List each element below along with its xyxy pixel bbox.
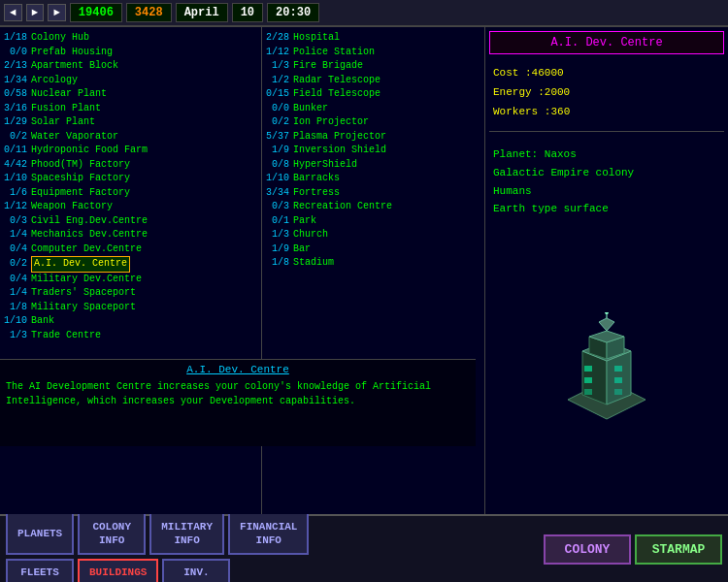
mid-building-item[interactable]: 0/1Park (264, 214, 482, 229)
colony-button[interactable]: COLONY (544, 534, 631, 565)
mid-building-item[interactable]: 2/28Hospital (264, 31, 482, 46)
financial-info-button[interactable]: FINANCIALINFO (228, 512, 309, 556)
left-building-item[interactable]: 1/18Colony Hub (2, 31, 259, 46)
mid-building-item[interactable]: 1/3Church (264, 228, 482, 242)
mid-building-item[interactable]: 0/8HyperShield (264, 158, 482, 173)
building-count: 0/1 (264, 214, 289, 229)
building-count: 2/28 (264, 31, 289, 46)
surface-line: Earth type surface (493, 200, 720, 218)
left-building-item[interactable]: 1/10Bank (2, 314, 259, 329)
building-name: Mechanics Dev.Centre (31, 228, 148, 242)
building-name: Barracks (293, 172, 340, 186)
building-count: 1/2 (264, 74, 289, 88)
building-count: 1/9 (264, 144, 289, 158)
left-nav-wrap: PLANETS COLONYINFO MILITARYINFO FINANCIA… (6, 512, 309, 582)
left-building-item[interactable]: 1/12Weapon Factory (2, 200, 259, 214)
left-building-item[interactable]: 0/2A.I. Dev. Centre (2, 256, 259, 273)
planets-button[interactable]: PLANETS (6, 512, 74, 556)
mid-building-item[interactable]: 1/10Barracks (264, 172, 482, 186)
buildings-button[interactable]: BUILDINGS (78, 559, 158, 582)
mid-building-item[interactable]: 0/3Recreation Centre (264, 200, 482, 214)
mid-building-item[interactable]: 1/2Radar Telescope (264, 74, 482, 88)
left-building-item[interactable]: 2/13Apartment Block (2, 59, 259, 74)
mid-building-item[interactable]: 1/9Bar (264, 242, 482, 257)
left-building-item[interactable]: 1/10Spaceship Factory (2, 172, 259, 186)
building-count: 1/8 (2, 301, 27, 315)
svg-rect-12 (614, 377, 622, 383)
play-btn[interactable]: ► (26, 4, 45, 21)
left-building-item[interactable]: 1/34Arcology (2, 74, 259, 88)
left-building-item[interactable]: 0/0Prefab Housing (2, 46, 259, 60)
building-name: Stadium (293, 256, 334, 271)
building-image-area (489, 230, 724, 510)
svg-rect-13 (614, 389, 622, 395)
building-count: 1/3 (264, 228, 289, 242)
left-building-item[interactable]: 1/4Mechanics Dev.Centre (2, 228, 259, 242)
building-count: 3/16 (2, 102, 27, 116)
fleets-button[interactable]: FLEETS (6, 559, 74, 582)
building-name: Bunker (293, 102, 328, 116)
building-name: Plasma Projector (293, 130, 386, 145)
next-btn[interactable]: ► (48, 4, 66, 21)
building-count: 4/42 (2, 158, 27, 173)
inv-button[interactable]: INV. (162, 559, 230, 582)
starmap-button[interactable]: STARMAP (635, 534, 722, 565)
left-building-item[interactable]: 0/4Military Dev.Centre (2, 273, 259, 287)
mid-building-item[interactable]: 0/0Bunker (264, 102, 482, 116)
building-count: 1/29 (2, 115, 27, 130)
left-building-item[interactable]: 1/6Equipment Factory (2, 186, 259, 201)
desc-text: The AI Development Centre increases your… (6, 379, 470, 408)
status-bar: ◄ ► ► 19406 3428 April 10 20:30 (0, 0, 728, 27)
mid-building-item[interactable]: 1/8Stadium (264, 256, 482, 271)
info-divider (489, 131, 724, 132)
left-building-item[interactable]: 0/11Hydroponic Food Farm (2, 144, 259, 158)
workers-line: Workers :360 (493, 103, 720, 122)
left-building-item[interactable]: 0/2Water Vaporator (2, 130, 259, 145)
left-building-item[interactable]: 1/29Solar Plant (2, 115, 259, 130)
energy-line: Energy :2000 (493, 83, 720, 103)
building-name: Nuclear Plant (31, 87, 107, 102)
svg-rect-9 (584, 377, 592, 383)
mid-building-item[interactable]: 3/34Fortress (264, 186, 482, 201)
bottom-nav: PLANETS COLONYINFO MILITARYINFO FINANCIA… (0, 514, 728, 582)
prev-btn[interactable]: ◄ (4, 4, 22, 21)
mid-building-item[interactable]: 0/2Ion Projector (264, 115, 482, 130)
left-building-item[interactable]: 1/8Military Spaceport (2, 301, 259, 315)
colony-line: Galactic Empire colony (493, 164, 720, 182)
left-building-item[interactable]: 1/3Trade Centre (2, 329, 259, 343)
left-building-item[interactable]: 0/3Civil Eng.Dev.Centre (2, 214, 259, 229)
mid-building-item[interactable]: 1/9Inversion Shield (264, 144, 482, 158)
building-count: 1/6 (2, 186, 27, 201)
building-name: HyperShield (293, 158, 357, 173)
mid-building-item[interactable]: 5/37Plasma Projector (264, 130, 482, 145)
building-count: 0/4 (2, 242, 27, 257)
building-name: Field Telescope (293, 87, 381, 102)
mid-building-item[interactable]: 1/12Police Station (264, 46, 482, 60)
energy-value: :2000 (538, 86, 570, 98)
workers-value: :360 (545, 106, 570, 117)
building-name: Recreation Centre (293, 200, 392, 214)
colony-info-button[interactable]: COLONYINFO (78, 512, 146, 556)
building-name: Equipment Factory (31, 186, 130, 201)
left-building-item[interactable]: 0/58Nuclear Plant (2, 87, 259, 102)
mid-building-item[interactable]: 1/3Fire Brigade (264, 59, 482, 74)
left-building-item[interactable]: 0/4Computer Dev.Centre (2, 242, 259, 257)
building-count: 1/8 (264, 256, 289, 271)
building-name: Church (293, 228, 328, 242)
credits-value: 19406 (70, 3, 122, 22)
building-name: Spaceship Factory (31, 172, 130, 186)
left-building-item[interactable]: 3/16Fusion Plant (2, 102, 259, 116)
building-name: Military Dev.Centre (31, 273, 142, 287)
left-building-item[interactable]: 1/4Traders' Spaceport (2, 286, 259, 301)
left-building-item[interactable]: 4/42Phood(TM) Factory (2, 158, 259, 173)
military-info-button[interactable]: MILITARYINFO (149, 512, 224, 556)
building-icon (548, 312, 665, 429)
building-count: 0/2 (264, 115, 289, 130)
building-count: 1/12 (2, 200, 27, 214)
building-count: 2/13 (2, 59, 27, 74)
building-name: Colony Hub (31, 31, 89, 46)
building-count: 0/0 (2, 46, 27, 60)
info-panel-title: A.I. Dev. Centre (489, 31, 724, 54)
svg-rect-11 (614, 366, 622, 372)
mid-building-item[interactable]: 0/15Field Telescope (264, 87, 482, 102)
